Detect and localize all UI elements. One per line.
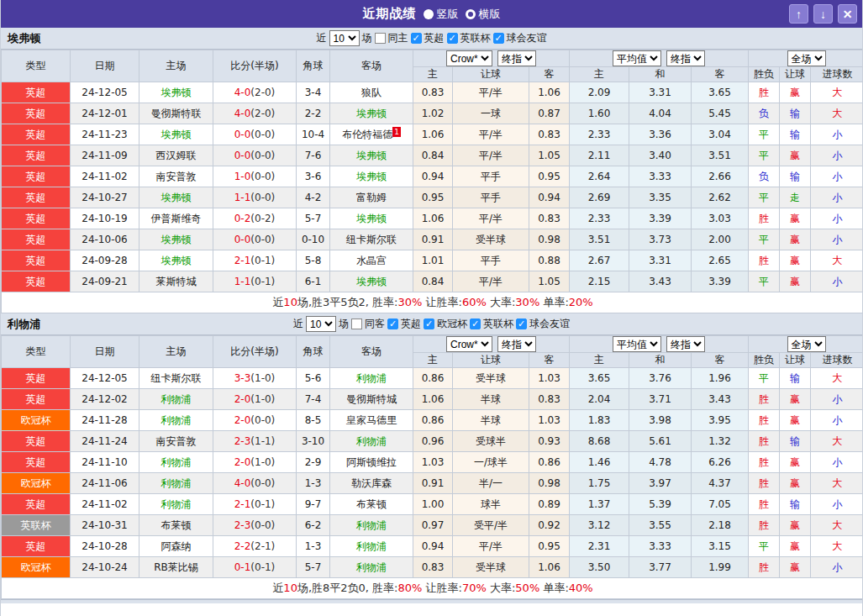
fulltime-score: 0-0 — [234, 150, 251, 161]
away-team-name: 水晶宫 — [356, 255, 387, 266]
move-up-button[interactable]: ↑ — [789, 4, 808, 24]
league-checkbox-英联杯[interactable]: ✓ — [470, 319, 481, 329]
summary-segment: 50% — [515, 582, 539, 594]
odds-provider-select[interactable]: Crow* — [446, 50, 492, 66]
layout-radio-vertical[interactable]: 竖版 — [424, 7, 459, 22]
handicap-result-cell: 赢 — [780, 208, 811, 229]
card-badge: 1 — [392, 127, 401, 137]
average-stage-select[interactable]: 终指 — [666, 336, 705, 352]
fulltime-score: 0-2 — [234, 213, 251, 224]
away-team: 埃弗顿 — [330, 103, 413, 124]
games-count-select[interactable]: 10 — [306, 316, 336, 332]
near-label: 近 — [317, 31, 327, 45]
results-table: 类型日期主场比分(半场)角球客场Crow*终指平均值终指全场主让球客主和客胜负让… — [1, 335, 863, 599]
away-team-name: 埃弗顿 — [356, 150, 387, 161]
fulltime-score: 4-0 — [234, 87, 251, 98]
ah-away-odds: 0.83 — [529, 389, 570, 410]
league-checkbox-英超[interactable]: ✓ — [411, 33, 422, 44]
goals-result-cell: 小 — [811, 145, 863, 166]
match-date: 24-10-24 — [71, 557, 139, 578]
league-checkbox-球会友谊[interactable]: ✓ — [493, 33, 504, 44]
average-odds-select[interactable]: 平均值 — [613, 50, 661, 66]
games-count-select[interactable]: 10 — [329, 30, 360, 46]
same-venue-label: 同客 — [365, 317, 385, 331]
handicap-line: 平/半 — [453, 208, 529, 229]
league-checkbox-欧冠杯[interactable]: ✓ — [424, 319, 434, 329]
odds-provider-select[interactable]: Crow* — [446, 336, 492, 352]
sub-column-header: 客 — [692, 67, 749, 82]
layout-radio-horizontal[interactable]: 横版 — [466, 7, 501, 22]
match-row: 英超24-12-01曼彻斯特联4-0(2-0)2-2埃弗顿1.02一球0.871… — [2, 103, 863, 124]
result-cell: 胜 — [749, 452, 780, 473]
match-row: 欧冠杯24-11-28利物浦2-0(0-0)8-5皇家马德里0.86半球1.03… — [2, 410, 863, 431]
scope-group: 全场 — [749, 336, 863, 353]
league-checkbox-英联杯[interactable]: ✓ — [447, 33, 458, 44]
score-cell: 2-1(0-1) — [213, 494, 297, 515]
arrow-up-icon: ↑ — [796, 8, 802, 21]
goals-result-cell: 小 — [811, 208, 863, 229]
eu-home-odds: 2.33 — [570, 124, 629, 145]
match-date: 24-10-06 — [71, 229, 139, 250]
ah-away-odds: 1.06 — [529, 557, 570, 578]
corners-cell: 9-7 — [297, 494, 330, 515]
match-date: 24-11-06 — [71, 473, 139, 494]
radio-icon[interactable] — [424, 9, 434, 19]
move-down-button[interactable]: ↓ — [813, 4, 833, 24]
eu-away-odds: 1.96 — [692, 368, 749, 389]
goals-result-cell: 小 — [811, 410, 863, 431]
result-cell: 胜 — [749, 473, 780, 494]
average-odds-select[interactable]: 平均值 — [613, 336, 661, 352]
same-venue-checkbox[interactable] — [351, 319, 362, 329]
ah-home-odds: 0.83 — [413, 82, 453, 103]
away-team-name: 利物浦 — [356, 561, 387, 573]
eu-away-odds: 2.65 — [692, 250, 749, 271]
close-button[interactable]: ✕ — [838, 4, 857, 24]
eu-away-odds: 4.37 — [692, 473, 749, 494]
summary-segment: 让胜率: — [422, 582, 462, 594]
home-team: 埃弗顿 — [139, 82, 213, 103]
sub-column-header: 胜负 — [749, 353, 780, 368]
league-checkbox-球会友谊[interactable]: ✓ — [516, 319, 527, 329]
recent-results-panel: 近期战绩 竖版 横版 ↑ ↓ ✕ 埃弗顿近10场同主✓英超✓英联杯✓球会友谊类型… — [0, 0, 863, 616]
radio-icon[interactable] — [466, 9, 476, 19]
ah-away-odds: 0.83 — [529, 208, 570, 229]
corners-cell: 6-2 — [297, 515, 330, 536]
section-header-liverpool: 利物浦近10场同客✓英超✓欧冠杯✓英联杯✓球会友谊 — [1, 313, 862, 335]
handicap-line: 平/半 — [453, 124, 529, 145]
summary-text: 近10场,胜8平2负0, 胜率:80% 让胜率:70% 大率:50% 单率:40… — [2, 578, 863, 599]
handicap-result-cell: 输 — [780, 431, 811, 452]
away-team-name: 曼彻斯特城 — [346, 393, 397, 405]
match-date: 24-11-23 — [71, 124, 139, 145]
odds-stage-select[interactable]: 终指 — [497, 336, 536, 352]
ah-home-odds: 0.86 — [413, 410, 453, 431]
filter-bar: 近10场同客✓英超✓欧冠杯✓英联杯✓球会友谊 — [293, 316, 570, 332]
eu-draw-odds: 5.39 — [629, 494, 692, 515]
same-venue-checkbox[interactable] — [375, 33, 386, 44]
match-date: 24-10-19 — [71, 208, 139, 229]
goals-result-cell: 小 — [811, 452, 863, 473]
halftime-score: (2-0) — [250, 108, 275, 119]
scope-select[interactable]: 全场 — [787, 336, 826, 352]
summary-segment: 30% — [398, 296, 423, 308]
eu-draw-odds: 3.33 — [629, 536, 692, 557]
goals-result-cell: 大 — [811, 250, 863, 271]
league-badge: 英超 — [2, 124, 71, 145]
ah-away-odds: 0.98 — [529, 229, 570, 250]
league-checkbox-label: 欧冠杯 — [437, 317, 467, 331]
home-team: 曼彻斯特联 — [139, 103, 213, 124]
ah-home-odds: 0.96 — [413, 431, 453, 452]
league-checkbox-英超[interactable]: ✓ — [387, 319, 398, 329]
average-stage-select[interactable]: 终指 — [666, 50, 705, 66]
goals-result-cell: 小 — [811, 229, 863, 250]
handicap-result-cell: 赢 — [780, 557, 811, 578]
corners-cell: 2-2 — [297, 103, 330, 124]
odds-stage-select[interactable]: 终指 — [497, 50, 536, 66]
match-date: 24-12-02 — [71, 389, 139, 410]
corners-cell: 7-6 — [297, 145, 330, 166]
scope-select[interactable]: 全场 — [787, 50, 826, 66]
score-cell: 0-2(0-2) — [213, 208, 297, 229]
away-team-name: 阿斯顿维拉 — [346, 456, 397, 468]
match-date: 24-11-10 — [71, 452, 139, 473]
away-team-name: 皇家马德里 — [346, 414, 397, 426]
corners-cell: 3-10 — [297, 431, 330, 452]
